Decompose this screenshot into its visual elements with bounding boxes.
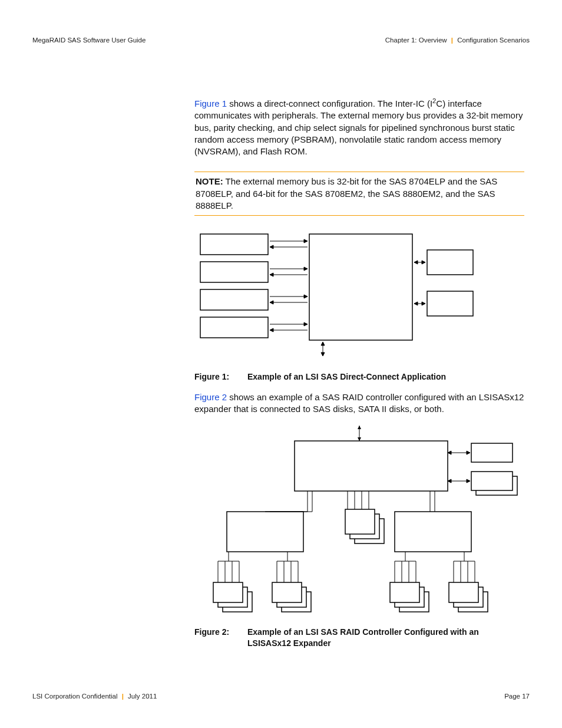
svg-rect-3 — [200, 289, 268, 310]
svg-marker-8 — [304, 239, 308, 243]
svg-marker-27 — [414, 302, 418, 305]
figure-1-link[interactable]: Figure 1 — [194, 98, 227, 108]
svg-marker-14 — [270, 273, 273, 276]
svg-rect-68 — [390, 582, 419, 602]
svg-rect-4 — [200, 317, 268, 338]
svg-marker-41 — [467, 451, 470, 454]
svg-rect-2 — [200, 262, 268, 282]
footer-confidential: LSI Corporation Confidential — [32, 693, 117, 700]
svg-marker-30 — [321, 342, 325, 345]
svg-marker-18 — [270, 301, 273, 304]
svg-rect-36 — [471, 443, 513, 462]
svg-rect-6 — [427, 291, 473, 316]
para1-text-a: shows a direct-connect configuration. Th… — [227, 98, 432, 108]
header-left: MegaRAID SAS Software User Guide — [32, 37, 146, 44]
figure-1-title: Example of an LSI SAS Direct-Connect App… — [247, 371, 524, 383]
svg-rect-62 — [213, 582, 243, 602]
figure-1-caption: Figure 1: Example of an LSI SAS Direct-C… — [194, 371, 524, 383]
header-chapter: Chapter 1: Overview — [385, 37, 447, 44]
svg-rect-35 — [295, 441, 448, 491]
svg-marker-10 — [270, 245, 273, 249]
svg-rect-53 — [395, 512, 471, 552]
svg-rect-1 — [200, 234, 268, 255]
paragraph-2: Figure 2 shows an example of a SAS RAID … — [194, 391, 524, 416]
svg-rect-71 — [449, 582, 478, 602]
header-right: Chapter 1: Overview | Configuration Scen… — [385, 37, 530, 44]
svg-rect-5 — [427, 250, 473, 275]
footer-date: July 2011 — [128, 693, 157, 700]
svg-marker-33 — [358, 426, 361, 429]
header-section: Configuration Scenarios — [457, 37, 530, 44]
footer-right: Page 17 — [504, 693, 530, 700]
svg-marker-12 — [304, 267, 308, 271]
svg-marker-20 — [304, 322, 308, 326]
main-content: Figure 1 shows a direct-connect configur… — [194, 97, 524, 649]
para2-text: shows an example of a SAS RAID controlle… — [194, 392, 524, 414]
separator-icon: | — [120, 693, 126, 700]
separator-icon: | — [449, 37, 455, 44]
svg-marker-28 — [422, 302, 425, 305]
paragraph-1: Figure 1 shows a direct-connect configur… — [194, 97, 524, 157]
page: MegaRAID SAS Software User Guide Chapter… — [0, 0, 562, 728]
figure-1-label: Figure 1: — [194, 371, 247, 383]
page-footer: LSI Corporation Confidential | July 2011… — [32, 693, 530, 700]
figure-2-diagram — [194, 424, 524, 616]
svg-marker-40 — [448, 451, 451, 454]
svg-marker-16 — [304, 295, 308, 298]
figure-1-diagram — [194, 231, 524, 361]
footer-left: LSI Corporation Confidential | July 2011 — [32, 693, 157, 700]
page-header: MegaRAID SAS Software User Guide Chapter… — [32, 37, 530, 44]
svg-rect-65 — [272, 582, 302, 602]
figure-2-link[interactable]: Figure 2 — [194, 392, 227, 402]
figure-2-caption: Figure 2: Example of an LSI SAS RAID Con… — [194, 627, 524, 649]
figure-2-label: Figure 2: — [194, 627, 247, 649]
figure-2-title: Example of an LSI SAS RAID Controller Co… — [247, 627, 524, 649]
svg-marker-44 — [467, 479, 470, 483]
note-text: The external memory bus is 32-bit for th… — [196, 176, 497, 210]
svg-marker-31 — [321, 353, 325, 356]
svg-marker-43 — [448, 479, 451, 483]
svg-rect-38 — [471, 472, 513, 490]
svg-marker-25 — [422, 261, 425, 264]
note-label: NOTE: — [196, 176, 223, 186]
svg-rect-0 — [309, 234, 412, 340]
svg-rect-52 — [227, 512, 303, 552]
svg-marker-34 — [358, 437, 361, 441]
svg-rect-47 — [345, 509, 375, 534]
svg-marker-24 — [414, 261, 418, 264]
note-box: NOTE: The external memory bus is 32-bit … — [194, 172, 524, 216]
svg-marker-22 — [270, 328, 273, 332]
